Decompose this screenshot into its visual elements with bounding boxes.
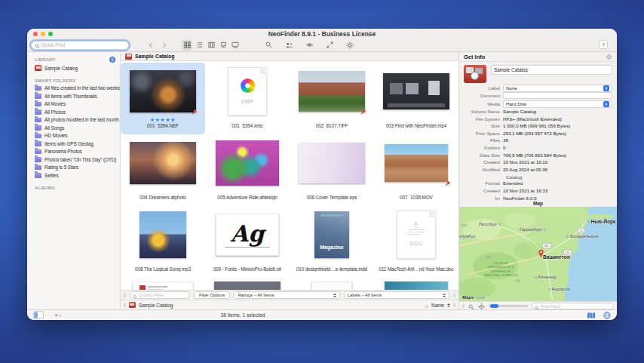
file-item-partial[interactable] bbox=[290, 278, 374, 290]
file-item-001-5394-nef[interactable]: ★★★★★ 001_5394.NEF bbox=[121, 63, 205, 134]
catalog-icon bbox=[35, 65, 41, 71]
sidebar-item-smart-folder[interactable]: Items with GPS Geotag bbox=[27, 140, 120, 148]
resize-handle[interactable]: ‖ bbox=[462, 303, 465, 309]
comment-input[interactable] bbox=[503, 92, 612, 100]
sidebar-item-smart-folder[interactable]: All Songs bbox=[27, 124, 120, 132]
map-view[interactable]: Нью-Йорк Филадельфия Вашингтон Питсбург … bbox=[459, 207, 617, 301]
status-bar: +▾ 38 Items, 1 selected bbox=[27, 309, 617, 320]
settings-gear-button[interactable] bbox=[345, 40, 355, 51]
map-city-label: Гаррисбург bbox=[520, 227, 546, 232]
rating-stars[interactable]: ★★★★★ bbox=[150, 116, 176, 123]
file-item-009-minionpro-boldit-otf[interactable]: Ag 009 - Fonts - MinionPro-BoldIt.otf bbox=[205, 206, 290, 278]
sidebar-item-smart-folder[interactable]: All files created in the last two weeks bbox=[27, 85, 120, 93]
sort-by-select[interactable]: Name bbox=[431, 303, 444, 308]
file-item-003-find-with-neofinder-mp4[interactable]: 003 Find with NeoFinder.mp4 bbox=[374, 63, 458, 134]
file-item-004-dreamers-afphoto[interactable]: 004 Dreamers.afphoto bbox=[121, 134, 205, 206]
globe-button[interactable] bbox=[603, 309, 611, 321]
map-route-shield: NJ bbox=[578, 228, 585, 233]
file-item-partial[interactable] bbox=[205, 278, 290, 290]
sidebar-item-smart-folder[interactable]: All Movies bbox=[27, 100, 120, 109]
map-route-shield: MD bbox=[542, 243, 551, 248]
catalog-name-input[interactable] bbox=[491, 65, 612, 75]
get-info-gear-button[interactable] bbox=[606, 52, 612, 63]
info-row: Modified20 Aug 2024 at 09:38 bbox=[459, 166, 617, 174]
file-item-011-mactech-article-doc[interactable]: ADOC 011 MacTech Arti…nd Your Mac.doc bbox=[374, 206, 458, 278]
catalog-icon bbox=[125, 54, 132, 60]
map-city-label: Норфолк bbox=[548, 287, 570, 291]
media-select[interactable]: Hard Disk bbox=[503, 100, 612, 108]
quick-filter-field[interactable] bbox=[130, 291, 190, 299]
thumbnail-partial bbox=[311, 281, 352, 290]
path-catalog-label[interactable]: Sample Catalog bbox=[139, 303, 173, 308]
window-title: NeoFinder 8.9.1 - Business License bbox=[27, 30, 617, 38]
thumbnail-grid: ★★★★★ 001_5394.NEF XMP 001_5394.xmp 002_… bbox=[121, 61, 458, 290]
sidebar-item-smart-folder[interactable]: Panorama Photos bbox=[27, 148, 120, 156]
expand-button[interactable] bbox=[324, 40, 335, 51]
smart-folder-icon bbox=[35, 149, 41, 155]
sort-direction-icon[interactable]: △ bbox=[425, 303, 428, 308]
sidebar-item-smart-folder[interactable]: Photos taken "On This Day" (OTD) bbox=[27, 155, 120, 164]
icon-view-button[interactable] bbox=[182, 40, 192, 51]
info-row: Folders0 bbox=[459, 144, 617, 152]
quick-filter-input[interactable] bbox=[139, 293, 187, 297]
show-map-button[interactable] bbox=[587, 309, 596, 321]
sidebar-item-smart-folder[interactable]: All items with Thumbnails bbox=[27, 92, 120, 100]
file-name: 003 Find with NeoFinder.mp4 bbox=[386, 123, 447, 128]
file-name: 004 Dreamers.afphoto bbox=[140, 195, 186, 200]
file-item-001-5394-xmp[interactable]: XMP 001_5394.xmp bbox=[205, 63, 290, 134]
ratings-filter-select[interactable]: Ratings – All Items bbox=[234, 291, 339, 299]
sidebar-item-smart-folder[interactable]: Rating is 5 Stars bbox=[27, 164, 120, 172]
resize-handle[interactable]: ‖ bbox=[124, 293, 126, 298]
national-forest-label: GEORGE WASHINGTON & JEFFERSON NATIONAL F… bbox=[483, 261, 518, 277]
file-name: 006 Cover Template.eps bbox=[307, 195, 357, 200]
back-button[interactable] bbox=[146, 40, 156, 51]
toggle-sidebar-button[interactable] bbox=[33, 309, 44, 321]
find-button[interactable] bbox=[263, 40, 274, 51]
add-button[interactable]: +▾ bbox=[54, 312, 61, 319]
file-item-partial[interactable] bbox=[121, 278, 205, 290]
sidebar-item-smart-folder[interactable]: Selfies bbox=[27, 171, 120, 180]
smart-folder-icon bbox=[35, 86, 41, 91]
neofinder-window: NeoFinder 8.9.1 - Business License bbox=[27, 29, 617, 320]
quick-find-field[interactable] bbox=[31, 41, 129, 50]
resize-handle[interactable]: ‖ bbox=[453, 303, 455, 308]
fullscreen-view-button[interactable] bbox=[230, 40, 241, 51]
stepper-arrows-icon bbox=[333, 294, 336, 297]
titlebar: NeoFinder 8.9.1 - Business License bbox=[27, 29, 617, 38]
file-item-005-adventure-ride-afdesign[interactable]: 005 Adventure Ride.afdesign bbox=[205, 134, 290, 206]
items-status-text: 38 Items, 1 selected bbox=[220, 312, 265, 318]
column-view-button[interactable] bbox=[206, 40, 216, 51]
file-name: 001_5394.xmp bbox=[232, 123, 262, 128]
file-item-partial[interactable] bbox=[374, 278, 458, 290]
users-button[interactable] bbox=[284, 40, 294, 51]
labels-filter-select[interactable]: Labels – All Items bbox=[344, 291, 449, 299]
map-legal-link[interactable]: Legal bbox=[476, 296, 484, 300]
thumbnail-sunset-art bbox=[130, 142, 196, 184]
thumbnail-illustration bbox=[216, 140, 279, 186]
gallery-view-button[interactable] bbox=[218, 40, 228, 51]
quick-find-input[interactable] bbox=[41, 42, 125, 48]
map-city-label: Питсбург bbox=[479, 222, 501, 226]
label-select[interactable]: None bbox=[503, 85, 612, 92]
file-item-007-1035-mov[interactable]: 007_1035.MOV bbox=[374, 134, 458, 206]
sidebar-item-smart-folder[interactable]: All photos modified in the last month bbox=[27, 116, 120, 125]
file-item-008-the-logical-song-mp3[interactable]: 008 The Logical Song.mp3 bbox=[121, 206, 205, 278]
map-city-label: Колумбус bbox=[459, 234, 476, 238]
smart-folders-section-header: SMART FOLDERS bbox=[27, 76, 120, 85]
thumbnail-castle-photo bbox=[299, 71, 365, 112]
resize-handle[interactable]: ‖ bbox=[453, 293, 455, 298]
file-item-006-cover-template-eps[interactable]: 006 Cover Template.eps bbox=[290, 134, 374, 206]
file-item-010-magazine-template-indd[interactable]: designfreebiesMagazine 010 designfreebi…… bbox=[290, 206, 374, 278]
filter-options-button[interactable]: Filter Options bbox=[194, 291, 230, 299]
resize-handle[interactable]: ‖ bbox=[124, 303, 126, 308]
map-zoom-slider[interactable] bbox=[489, 305, 528, 307]
zoom-slider-knob[interactable] bbox=[490, 304, 498, 309]
sidebar-item-smart-folder[interactable]: HD Movies bbox=[27, 132, 120, 140]
sidebar-item-sample-catalog[interactable]: Sample Catalog bbox=[27, 64, 120, 72]
help-button[interactable]: ? bbox=[599, 40, 608, 49]
forward-button[interactable] bbox=[159, 40, 170, 51]
list-view-button[interactable] bbox=[194, 40, 204, 51]
preview-eye-button[interactable] bbox=[304, 40, 314, 51]
sidebar-item-smart-folder[interactable]: All Photos bbox=[27, 108, 120, 116]
file-item-002-8107-tiff[interactable]: 002_8107.TIFF bbox=[290, 63, 374, 134]
